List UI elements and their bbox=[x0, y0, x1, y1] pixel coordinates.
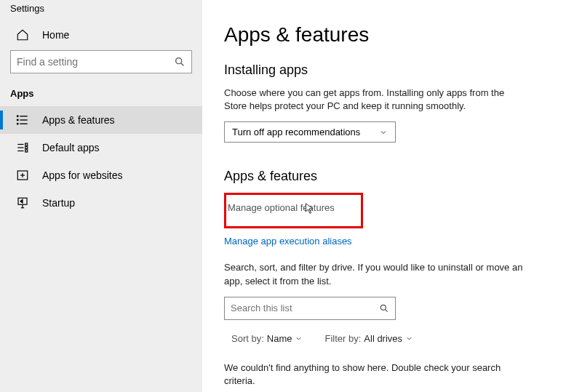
app-source-dropdown[interactable]: Turn off app recommendations bbox=[224, 121, 396, 143]
nav-apps-websites[interactable]: Apps for websites bbox=[0, 161, 202, 189]
dropdown-value: Turn off app recommendations bbox=[232, 127, 360, 137]
svg-rect-15 bbox=[25, 147, 28, 149]
settings-search[interactable] bbox=[10, 50, 192, 73]
svg-line-1 bbox=[181, 63, 183, 65]
sort-filter-row: Sort by: Name Filter by: All drives bbox=[231, 333, 552, 344]
search-icon bbox=[174, 56, 186, 68]
chevron-down-icon bbox=[295, 335, 303, 343]
settings-search-input[interactable] bbox=[17, 56, 174, 68]
manage-aliases-link[interactable]: Manage app execution aliases bbox=[224, 236, 352, 247]
features-description: Search, sort, and filter by drive. If yo… bbox=[224, 261, 537, 287]
chevron-down-icon bbox=[405, 335, 413, 343]
main-content: Apps & features Installing apps Choose w… bbox=[202, 0, 574, 392]
sidebar: Settings Home Apps Apps & features Defau… bbox=[0, 0, 202, 392]
section-label: Apps bbox=[0, 84, 202, 106]
cursor-icon bbox=[305, 203, 315, 215]
nav-label: Apps & features bbox=[42, 114, 115, 126]
sort-value: Name bbox=[267, 333, 292, 344]
home-icon bbox=[16, 28, 29, 41]
features-heading: Apps & features bbox=[224, 169, 552, 184]
nav-label: Apps for websites bbox=[42, 169, 123, 181]
nav-startup[interactable]: Startup bbox=[0, 189, 202, 217]
startup-icon bbox=[16, 196, 29, 209]
window-title: Settings bbox=[0, 0, 202, 20]
svg-rect-14 bbox=[25, 143, 28, 145]
manage-optional-features-link[interactable]: Manage optional features bbox=[228, 202, 335, 213]
defaults-icon bbox=[16, 141, 29, 154]
installing-heading: Installing apps bbox=[224, 63, 552, 78]
svg-point-8 bbox=[17, 116, 19, 117]
websites-icon bbox=[16, 169, 29, 182]
svg-line-24 bbox=[386, 310, 388, 312]
list-icon bbox=[16, 113, 29, 127]
chevron-down-icon bbox=[379, 128, 388, 137]
installing-description: Choose where you can get apps from. Inst… bbox=[224, 87, 515, 113]
svg-point-9 bbox=[17, 119, 19, 121]
empty-state-message: We couldn't find anything to show here. … bbox=[224, 361, 515, 388]
svg-rect-16 bbox=[25, 150, 28, 152]
search-icon bbox=[379, 303, 389, 313]
sort-label: Sort by: bbox=[231, 333, 264, 344]
home-label: Home bbox=[42, 29, 69, 41]
home-nav[interactable]: Home bbox=[0, 20, 202, 50]
app-list-search[interactable] bbox=[224, 297, 396, 320]
nav-apps-features[interactable]: Apps & features bbox=[0, 106, 202, 134]
filter-by-dropdown[interactable]: Filter by: All drives bbox=[324, 333, 413, 344]
nav-label: Startup bbox=[42, 197, 75, 209]
page-title: Apps & features bbox=[224, 23, 552, 47]
filter-label: Filter by: bbox=[324, 333, 361, 344]
app-list-search-input[interactable] bbox=[231, 303, 379, 313]
svg-point-23 bbox=[380, 305, 386, 310]
svg-point-0 bbox=[176, 58, 182, 64]
sort-by-dropdown[interactable]: Sort by: Name bbox=[231, 333, 303, 344]
nav-label: Default apps bbox=[42, 142, 100, 153]
nav-default-apps[interactable]: Default apps bbox=[0, 134, 202, 161]
svg-point-10 bbox=[17, 124, 19, 125]
highlight-annotation: Manage optional features bbox=[224, 193, 363, 228]
filter-value: All drives bbox=[364, 333, 402, 344]
